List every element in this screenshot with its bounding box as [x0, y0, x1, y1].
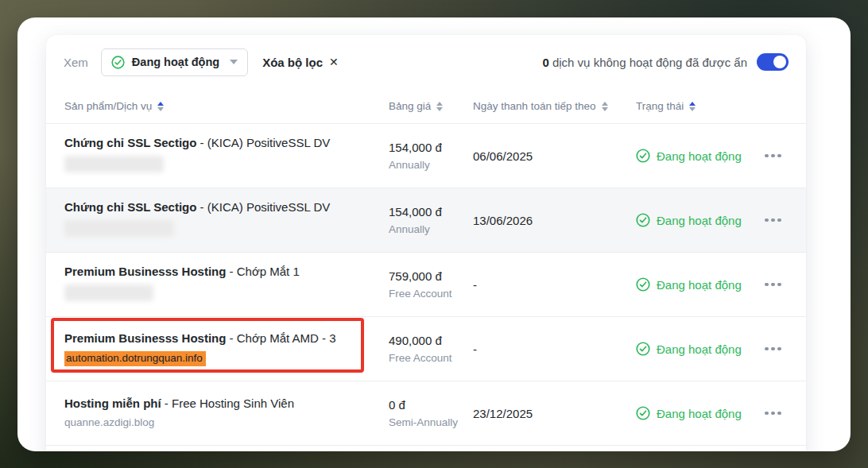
services-panel: Xem Đang hoạt động Xóa bộ lọc ✕ 0 dịch v…	[46, 35, 806, 451]
row-menu-button[interactable]	[763, 342, 783, 356]
price-cell: 490,000 đ Free Account	[389, 334, 473, 364]
app-window: Xem Đang hoạt động Xóa bộ lọc ✕ 0 dịch v…	[17, 17, 851, 451]
billing-cycle: Annually	[389, 223, 473, 235]
next-due-cell: 06/06/2025	[473, 149, 636, 163]
column-header-price[interactable]: Bảng giá	[389, 100, 473, 112]
table-row[interactable]: Hosting miễn phí - Free Hosting Sinh Viê…	[46, 381, 806, 446]
plan-name: - Chớp Mắt AMD - 3	[226, 331, 335, 345]
row-menu-button[interactable]	[763, 407, 783, 420]
sort-icon	[157, 102, 164, 111]
status-cell: Đang hoạt động	[636, 213, 763, 227]
next-due-cell: 23/12/2025	[473, 407, 636, 420]
product-name: Premium Businesss Hosting	[64, 331, 226, 345]
redacted-domain	[64, 284, 153, 301]
check-circle-icon	[636, 342, 650, 356]
partial-row	[46, 446, 806, 451]
redacted-domain	[64, 220, 174, 237]
status-badge: Đang hoạt động	[657, 278, 742, 292]
sort-icon	[436, 102, 443, 111]
check-circle-icon	[636, 213, 650, 227]
highlighted-domain: automation.dotrungquan.info	[64, 351, 206, 366]
row-menu-button[interactable]	[763, 278, 783, 292]
clear-filter-label: Xóa bộ lọc	[262, 56, 323, 69]
product-cell: Premium Businesss Hosting - Chớp Mắt 1	[64, 265, 389, 304]
hidden-services-toggle[interactable]	[757, 53, 789, 71]
check-circle-icon	[636, 277, 650, 292]
status-cell: Đang hoạt động	[636, 277, 763, 292]
next-due-cell: 13/06/2026	[473, 214, 636, 227]
table-row[interactable]: Premium Businesss Hosting - Chớp Mắt 1 7…	[46, 253, 806, 317]
product-cell: Chứng chỉ SSL Sectigo - (KICA) PositiveS…	[64, 136, 389, 176]
status-badge: Đang hoạt động	[657, 149, 742, 163]
status-filter-value: Đang hoạt động	[132, 56, 219, 68]
table-header: Sản phẩm/Dịch vụ Bảng giá Ngày thanh toá…	[46, 89, 806, 124]
sort-icon	[602, 102, 608, 111]
price-amount: 154,000 đ	[389, 141, 473, 154]
hidden-services-text: 0 dịch vụ không hoạt động đã được ẩn	[542, 56, 747, 69]
status-cell: Đang hoạt động	[636, 149, 763, 163]
price-amount: 759,000 đ	[389, 269, 473, 283]
plan-name: - Chớp Mắt 1	[226, 265, 299, 278]
filter-bar: Xem Đang hoạt động Xóa bộ lọc ✕ 0 dịch v…	[46, 35, 806, 89]
product-name: Chứng chỉ SSL Sectigo	[64, 200, 196, 214]
check-circle-icon	[111, 56, 125, 69]
row-menu-button[interactable]	[763, 149, 783, 163]
price-cell: 154,000 đ Annually	[389, 205, 473, 235]
hidden-services-group: 0 dịch vụ không hoạt động đã được ẩn	[542, 53, 789, 71]
toggle-knob	[773, 56, 786, 68]
price-amount: 0 đ	[389, 398, 473, 412]
billing-cycle: Free Account	[389, 288, 473, 300]
close-icon: ✕	[329, 56, 339, 68]
table-row[interactable]: Chứng chỉ SSL Sectigo - (KICA) PositiveS…	[46, 188, 806, 253]
clear-filter-button[interactable]: Xóa bộ lọc ✕	[262, 56, 339, 69]
next-due-cell: -	[473, 342, 636, 356]
plan-name: - (KICA) PositiveSSL DV	[196, 136, 330, 149]
product-cell: Premium Businesss Hosting - Chớp Mắt AMD…	[64, 331, 389, 366]
check-circle-icon	[636, 149, 650, 163]
status-cell: Đang hoạt động	[636, 406, 763, 420]
status-badge: Đang hoạt động	[657, 342, 742, 356]
product-name: Hosting miễn phí	[64, 396, 161, 410]
hidden-services-count: 0	[542, 56, 548, 69]
status-badge: Đang hoạt động	[657, 407, 742, 420]
product-name: Premium Businesss Hosting	[64, 265, 226, 278]
billing-cycle: Semi-Annually	[389, 416, 473, 428]
view-label: Xem	[64, 56, 88, 69]
product-cell: Hosting miễn phí - Free Hosting Sinh Viê…	[64, 396, 389, 430]
sort-icon	[689, 102, 696, 111]
column-header-next-due[interactable]: Ngày thanh toán tiếp theo	[473, 100, 636, 112]
price-amount: 490,000 đ	[389, 334, 473, 347]
billing-cycle: Free Account	[389, 352, 473, 364]
domain-text: quanne.azdigi.blog	[64, 416, 389, 430]
column-header-status[interactable]: Trạng thái	[636, 100, 763, 112]
status-badge: Đang hoạt động	[657, 214, 742, 227]
status-filter-dropdown[interactable]: Đang hoạt động	[101, 48, 248, 76]
status-cell: Đang hoạt động	[636, 342, 763, 356]
column-header-product[interactable]: Sản phẩm/Dịch vụ	[64, 100, 389, 112]
product-name: Chứng chỉ SSL Sectigo	[64, 136, 196, 149]
redacted-domain	[64, 156, 164, 172]
billing-cycle: Annually	[389, 159, 473, 171]
next-due-cell: -	[473, 278, 636, 292]
table-row[interactable]: Premium Businesss Hosting - Chớp Mắt AMD…	[46, 317, 806, 381]
plan-name: - (KICA) PositiveSSL DV	[196, 200, 330, 214]
table-row[interactable]: Chứng chỉ SSL Sectigo - (KICA) PositiveS…	[46, 124, 806, 188]
price-cell: 154,000 đ Annually	[389, 141, 473, 171]
chevron-down-icon	[230, 60, 238, 64]
plan-name: - Free Hosting Sinh Viên	[161, 396, 294, 410]
check-circle-icon	[636, 406, 650, 420]
row-menu-button[interactable]	[763, 214, 783, 227]
price-cell: 759,000 đ Free Account	[389, 269, 473, 300]
price-amount: 154,000 đ	[389, 205, 473, 219]
price-cell: 0 đ Semi-Annually	[389, 398, 473, 428]
product-cell: Chứng chỉ SSL Sectigo - (KICA) PositiveS…	[64, 200, 389, 240]
